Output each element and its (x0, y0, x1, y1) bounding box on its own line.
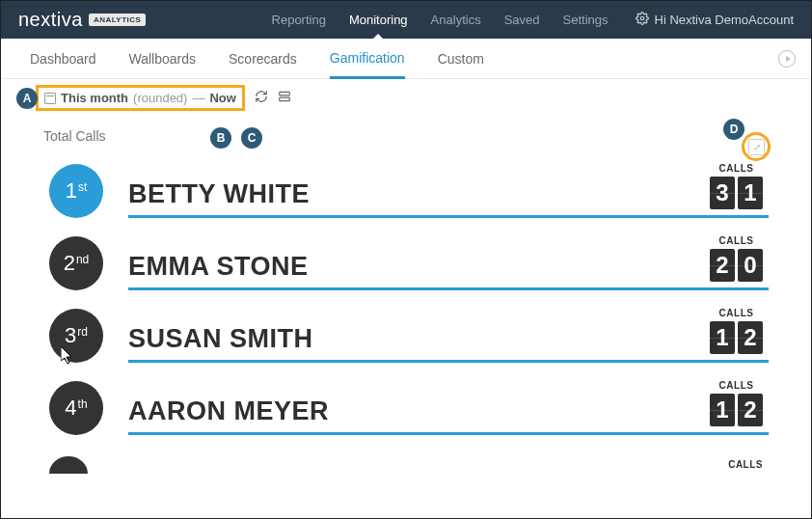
row-name: EMMA STONE (128, 252, 309, 282)
digit: 1 (710, 321, 735, 354)
sub-nav: Dashboard Wallboards Scorecards Gamifica… (1, 39, 811, 79)
account-menu[interactable]: Hi Nextiva DemoAccount (636, 12, 795, 28)
rank-ordinal: st (78, 180, 87, 194)
subnav-scorecards[interactable]: Scorecards (229, 39, 297, 78)
row-score: CALLS 1 2 (710, 308, 763, 354)
rank-badge: 3rd (49, 309, 103, 363)
rank-number: 2 (64, 251, 75, 276)
digit: 2 (738, 321, 763, 354)
section-title: Total Calls (1, 117, 811, 151)
range-separator: — (192, 91, 204, 105)
subnav-gamification[interactable]: Gamification (330, 40, 405, 79)
rank-badge: 1st (49, 164, 103, 218)
rank-ordinal: nd (76, 253, 89, 266)
rank-badge: 4th (49, 381, 103, 435)
rank-ordinal: th (78, 397, 88, 411)
svg-rect-2 (280, 97, 290, 101)
play-icon[interactable] (778, 50, 796, 68)
callout-d: D (723, 119, 744, 140)
row-name: AARON MEYER (128, 396, 329, 426)
topnav-analytics[interactable]: Analytics (431, 1, 481, 39)
range-label: This month (61, 91, 128, 105)
callout-ring-d (742, 132, 771, 161)
digit: 3 (710, 177, 735, 209)
brand-badge: ANALYTICS (89, 14, 147, 26)
callout-a: A (16, 88, 38, 109)
account-greeting: Hi Nextiva DemoAccount (655, 13, 795, 27)
display-options-icon[interactable] (278, 90, 291, 106)
score-digits: 1 2 (710, 394, 763, 426)
refresh-icon[interactable] (255, 90, 268, 106)
leaderboard-row: 2nd EMMA STONE CALLS 2 0 (49, 224, 769, 296)
row-score: CALLS 2 0 (710, 235, 763, 282)
score-digits: 3 1 (710, 177, 763, 209)
row-body: BETTY WHITE CALLS 3 1 (128, 163, 769, 218)
digit: 2 (710, 249, 735, 282)
score-digits: 2 0 (710, 249, 763, 282)
rank-badge (49, 456, 88, 474)
topnav-reporting[interactable]: Reporting (272, 1, 326, 39)
subnav-wallboards[interactable]: Wallboards (129, 39, 197, 78)
brand-logo[interactable]: nextiva ANALYTICS (18, 9, 146, 31)
svg-point-0 (640, 16, 644, 20)
digit: 1 (738, 177, 763, 209)
rank-number: 3 (65, 323, 76, 348)
leaderboard: 1st BETTY WHITE CALLS 3 1 2nd EMMA STONE… (1, 151, 811, 483)
svg-rect-1 (280, 92, 290, 96)
digit: 1 (710, 394, 735, 426)
subnav-custom[interactable]: Custom (438, 39, 484, 78)
leaderboard-row: CALLS (49, 441, 769, 474)
topbar: nextiva ANALYTICS Reporting Monitoring A… (1, 1, 811, 39)
cursor-icon (61, 346, 76, 366)
subnav-dashboard[interactable]: Dashboard (30, 39, 96, 78)
callout-b: B (210, 127, 231, 149)
row-score: CALLS 1 2 (710, 380, 763, 426)
brand-name: nextiva (18, 9, 83, 31)
leaderboard-row: 3rd SUSAN SMITH CALLS 1 2 (49, 296, 769, 369)
topnav-settings[interactable]: Settings (563, 1, 609, 39)
row-score: CALLS 3 1 (710, 163, 763, 209)
score-label: CALLS (728, 459, 763, 470)
filter-bar: This month (rounded) — Now (1, 79, 811, 117)
rank-badge: 2nd (49, 236, 103, 290)
score-label: CALLS (710, 380, 763, 391)
digit: 2 (738, 394, 763, 426)
score-label: CALLS (710, 235, 763, 246)
row-body: EMMA STONE CALLS 2 0 (128, 235, 769, 290)
row-body: AARON MEYER CALLS 1 2 (128, 380, 769, 435)
calendar-icon (44, 93, 56, 104)
row-name: SUSAN SMITH (128, 324, 313, 354)
range-now: Now (209, 91, 235, 105)
callout-c: C (241, 127, 262, 149)
digit: 0 (738, 249, 763, 282)
leaderboard-row: 4th AARON MEYER CALLS 1 2 (49, 369, 769, 441)
score-label: CALLS (710, 163, 763, 174)
score-digits: 1 2 (710, 321, 763, 354)
leaderboard-row: 1st BETTY WHITE CALLS 3 1 (49, 151, 769, 224)
row-name: BETTY WHITE (128, 179, 310, 209)
date-range-picker[interactable]: This month (rounded) — Now (36, 85, 245, 111)
row-body: CALLS (113, 453, 769, 473)
rank-number: 4 (65, 396, 76, 421)
top-nav: Reporting Monitoring Analytics Saved Set… (272, 1, 609, 39)
row-score: CALLS (728, 459, 763, 473)
gear-icon (636, 12, 649, 28)
rank-number: 1 (66, 178, 77, 204)
row-body: SUSAN SMITH CALLS 1 2 (128, 308, 769, 363)
topnav-monitoring[interactable]: Monitoring (349, 1, 408, 39)
score-label: CALLS (710, 308, 763, 318)
topnav-saved[interactable]: Saved (504, 1, 540, 39)
range-modifier: (rounded) (133, 91, 187, 105)
rank-ordinal: rd (77, 325, 88, 339)
section-title-text: Total Calls (43, 128, 106, 144)
